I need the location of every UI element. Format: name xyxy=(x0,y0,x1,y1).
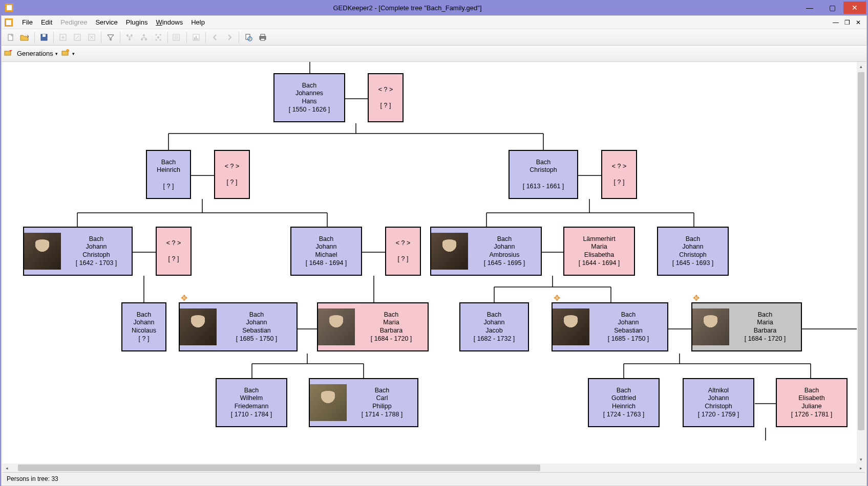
tree-tool-icon[interactable] xyxy=(61,49,71,58)
add-record-button[interactable] xyxy=(56,31,70,44)
window-title: GEDKeeper2 - [Complete tree "Bach_Family… xyxy=(16,4,798,12)
vertical-scrollbar[interactable]: ▴ ▾ xyxy=(857,62,865,463)
new-file-button[interactable] xyxy=(4,31,17,44)
person-box[interactable]: BachJohannJacob[ 1682 - 1732 ] xyxy=(459,302,529,351)
tree-toolbar: Generations ▾ ▾ xyxy=(2,46,866,62)
open-file-button[interactable] xyxy=(18,31,32,44)
svg-point-11 xyxy=(126,34,129,36)
close-button[interactable]: ✕ xyxy=(843,2,866,14)
person-box[interactable]: < ? >[ ? ] xyxy=(156,227,192,276)
menu-windows[interactable]: Windows xyxy=(152,17,187,28)
minimize-button[interactable]: — xyxy=(798,2,821,14)
scroll-down-icon[interactable]: ▾ xyxy=(857,455,865,463)
svg-point-13 xyxy=(143,34,145,36)
scroll-thumb[interactable] xyxy=(858,72,864,430)
person-box[interactable]: < ? >[ ? ] xyxy=(385,227,421,276)
svg-rect-4 xyxy=(8,34,13,40)
tree-descendants-button[interactable] xyxy=(137,31,151,44)
svg-point-16 xyxy=(157,36,159,38)
person-box[interactable]: < ? >[ ? ] xyxy=(368,73,404,122)
menu-edit[interactable]: Edit xyxy=(37,17,56,28)
statusbar: Persons in tree: 33 xyxy=(3,472,865,484)
person-box[interactable]: BachJohannMichael[ 1648 - 1694 ] xyxy=(290,227,362,276)
print-preview-button[interactable] xyxy=(242,31,255,44)
portrait-icon xyxy=(692,308,729,345)
person-box[interactable]: BachWilhelmFriedemann[ 1710 - 1784 ] xyxy=(216,378,287,427)
person-box[interactable]: BachMariaBarbara[ 1684 - 1720 ] xyxy=(317,302,429,351)
pedigree-chart-button[interactable] xyxy=(171,31,184,44)
tree-canvas[interactable]: BachJohannesHans[ 1550 - 1626 ] < ? >[ ?… xyxy=(3,62,865,472)
portrait-icon xyxy=(24,233,61,270)
svg-point-15 xyxy=(145,38,147,40)
dropdown-arrow-icon[interactable]: ▾ xyxy=(72,51,75,56)
svg-rect-6 xyxy=(43,34,46,37)
move-marker-icon: ✥ xyxy=(554,293,560,303)
move-marker-icon: ✥ xyxy=(181,293,187,303)
maximize-button[interactable]: ▢ xyxy=(821,2,843,14)
person-box[interactable]: BachJohannNicolaus[ ? ] xyxy=(121,302,166,351)
person-box[interactable]: BachJohannAmbrosius[ 1645 - 1695 ] xyxy=(430,227,542,276)
person-box[interactable]: LämmerhirtMariaElisabetha[ 1644 - 1694 ] xyxy=(563,227,635,276)
app-small-icon xyxy=(5,18,13,27)
svg-point-12 xyxy=(131,34,133,36)
tree-both-button[interactable] xyxy=(152,31,165,44)
mdi-minimize-button[interactable]: — xyxy=(831,18,841,27)
person-box[interactable]: BachElisabethJuliane[ 1726 - 1781 ] xyxy=(776,378,848,427)
person-box[interactable]: BachJohannesHans[ 1550 - 1626 ] xyxy=(273,73,345,122)
svg-point-10 xyxy=(129,38,131,40)
scroll-right-icon[interactable]: ▸ xyxy=(857,463,865,472)
portrait-icon xyxy=(180,308,217,345)
horizontal-scrollbar[interactable]: ◂ ▸ xyxy=(3,463,865,472)
menu-file[interactable]: File xyxy=(18,17,37,28)
svg-rect-23 xyxy=(194,37,195,40)
menu-pedigree[interactable]: Pedigree xyxy=(56,17,91,28)
svg-point-33 xyxy=(66,49,69,52)
tree-options-icon[interactable] xyxy=(4,49,14,58)
portrait-icon xyxy=(431,233,468,270)
person-box[interactable]: BachCarlPhilipp[ 1714 - 1788 ] xyxy=(309,378,418,427)
svg-point-17 xyxy=(156,34,157,35)
person-box[interactable]: < ? >[ ? ] xyxy=(214,150,250,199)
menu-help[interactable]: Help xyxy=(187,17,209,28)
portrait-icon xyxy=(318,308,355,345)
edit-record-button[interactable] xyxy=(71,31,84,44)
person-box[interactable]: BachJohannSebastian[ 1685 - 1750 ] xyxy=(179,302,298,351)
person-box[interactable]: BachJohannSebastian[ 1685 - 1750 ] xyxy=(552,302,668,351)
mdi-restore-button[interactable]: ❐ xyxy=(842,18,852,27)
person-box[interactable]: BachHeinrich[ ? ] xyxy=(146,150,191,199)
print-button[interactable] xyxy=(256,31,269,44)
tree-ancestors-button[interactable] xyxy=(123,31,136,44)
mdi-close-button[interactable]: ✕ xyxy=(853,18,863,27)
menubar: File Edit Pedigree Service Plugins Windo… xyxy=(2,16,866,29)
person-box[interactable]: BachJohannChristoph[ 1642 - 1703 ] xyxy=(23,227,133,276)
svg-point-14 xyxy=(141,38,143,40)
person-box[interactable]: BachJohannChristoph[ 1645 - 1693 ] xyxy=(657,227,729,276)
svg-point-19 xyxy=(156,39,157,40)
person-box[interactable]: AltnikolJohannChristoph[ 1720 - 1759 ] xyxy=(683,378,754,427)
person-box[interactable]: < ? >[ ? ] xyxy=(601,150,637,199)
move-marker-icon: ✥ xyxy=(693,293,700,303)
nav-back-button[interactable] xyxy=(208,31,222,44)
scroll-thumb[interactable] xyxy=(18,465,540,471)
filter-button[interactable] xyxy=(104,31,117,44)
generations-label: Generations xyxy=(17,50,53,57)
person-box[interactable]: BachChristoph[ 1613 - 1661 ] xyxy=(509,150,578,199)
scroll-up-icon[interactable]: ▴ xyxy=(857,62,865,71)
stats-button[interactable] xyxy=(189,31,203,44)
svg-rect-24 xyxy=(196,36,197,40)
svg-rect-1 xyxy=(7,5,12,10)
save-button[interactable] xyxy=(37,31,51,44)
svg-rect-30 xyxy=(261,38,265,40)
menu-service[interactable]: Service xyxy=(91,17,121,28)
menu-plugins[interactable]: Plugins xyxy=(122,17,152,28)
scroll-left-icon[interactable]: ◂ xyxy=(3,463,11,472)
nav-forward-button[interactable] xyxy=(223,31,236,44)
generations-dropdown[interactable]: Generations ▾ xyxy=(14,48,61,59)
person-box-selected[interactable]: BachMariaBarbara[ 1684 - 1720 ] xyxy=(691,302,802,351)
svg-rect-3 xyxy=(6,20,11,25)
delete-record-button[interactable] xyxy=(85,31,98,44)
portrait-icon xyxy=(553,308,589,345)
app-icon xyxy=(5,4,13,12)
svg-point-18 xyxy=(160,34,161,35)
person-box[interactable]: BachGottfriedHeinrich[ 1724 - 1763 ] xyxy=(588,378,660,427)
